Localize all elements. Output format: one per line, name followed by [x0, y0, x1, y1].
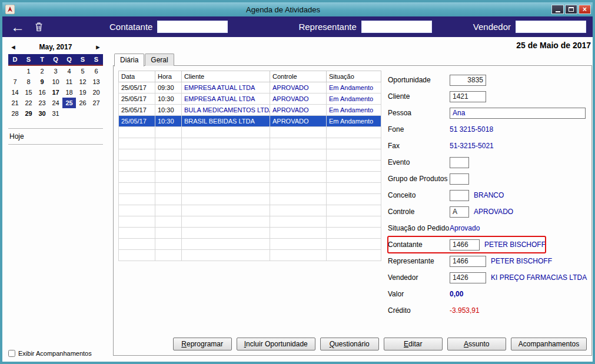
- table-row[interactable]: 25/05/1710:30BULA MEDICAMENTOS LTDAAPROV…: [119, 105, 381, 116]
- table-row[interactable]: 25/05/1709:30EMPRESA ATUAL LTDAAPROVADOE…: [119, 82, 381, 93]
- fax-value: 51-3215-5021: [450, 142, 494, 150]
- calendar-day[interactable]: 11: [62, 76, 76, 87]
- table-row-empty[interactable]: [119, 205, 381, 216]
- cell-cliente: BULA MEDICAMENTOS LTDA: [182, 105, 270, 116]
- toolbar-vendedor-input[interactable]: [516, 21, 586, 33]
- reprogramar-button[interactable]: Reprogramar: [173, 338, 232, 350]
- calendar-day[interactable]: 15: [22, 87, 35, 98]
- calendar-month-label: May, 2017: [39, 43, 72, 51]
- calendar-day[interactable]: 4: [62, 66, 76, 76]
- maximize-button[interactable]: [565, 5, 577, 14]
- cell-empty: [119, 205, 155, 216]
- calendar-day[interactable]: 18: [62, 87, 76, 98]
- acompanhamentos-button[interactable]: Acompanhamentos: [511, 338, 587, 350]
- oportunidade-input[interactable]: 3835: [450, 75, 486, 86]
- calendar-day[interactable]: 30: [35, 108, 49, 119]
- table-row-empty[interactable]: [119, 250, 381, 261]
- table-row-empty[interactable]: [119, 149, 381, 161]
- calendar-day[interactable]: 13: [89, 76, 103, 87]
- tab-geral[interactable]: Geral: [145, 54, 174, 66]
- calendar-day[interactable]: 27: [89, 98, 103, 108]
- calendar-day[interactable]: 8: [22, 76, 35, 87]
- credito-label: Crédito: [388, 306, 450, 315]
- table-row[interactable]: 25/05/1710:30BRASIL BEBIDAS LTDAAPROVADO…: [119, 116, 381, 127]
- table-row-empty[interactable]: [119, 138, 381, 149]
- calendar-day-header: S: [22, 54, 35, 65]
- table-row-empty[interactable]: [119, 161, 381, 172]
- editar-button[interactable]: Editar: [384, 338, 443, 350]
- valor-label: Valor: [388, 290, 450, 298]
- cell-empty: [270, 138, 327, 149]
- calendar-day[interactable]: 24: [49, 98, 62, 108]
- calendar-day[interactable]: 10: [49, 76, 62, 87]
- calendar-day[interactable]: 12: [76, 76, 89, 87]
- calendar-day[interactable]: 29: [22, 108, 35, 119]
- calendar-day[interactable]: 6: [89, 66, 103, 76]
- calendar-day[interactable]: 5: [76, 66, 89, 76]
- vendedor-input[interactable]: 1426: [450, 272, 486, 283]
- trash-icon[interactable]: [34, 22, 44, 32]
- table-row-empty[interactable]: [119, 216, 381, 228]
- cell-empty: [155, 161, 182, 172]
- back-arrow-icon[interactable]: ←: [11, 20, 25, 34]
- table-row-empty[interactable]: [119, 183, 381, 194]
- field-situacao-pedido: Situação do Pedido Aprovado: [388, 220, 587, 236]
- calendar-day[interactable]: 9: [35, 76, 49, 87]
- cell-empty: [182, 138, 270, 149]
- calendar-day[interactable]: 31: [49, 108, 62, 119]
- cliente-input[interactable]: 1421: [450, 91, 486, 102]
- questionario-button[interactable]: Questionário: [320, 338, 379, 350]
- cell-empty: [119, 172, 155, 183]
- calendar-day[interactable]: 19: [76, 87, 89, 98]
- calendar-day[interactable]: 21: [8, 98, 22, 108]
- calendar-day[interactable]: 2: [35, 66, 49, 76]
- tab-diaria[interactable]: Diária: [114, 54, 144, 66]
- calendar-day[interactable]: 20: [89, 87, 103, 98]
- incluir-oportunidade-button[interactable]: Incluir Oportunidade: [237, 338, 315, 350]
- date-heading: 25 de Maio de 2017: [516, 41, 591, 50]
- contatante-input[interactable]: 1466: [450, 239, 480, 251]
- calendar-day[interactable]: 28: [8, 108, 22, 119]
- calendar-nav: ◄ May, 2017 ►: [8, 43, 103, 51]
- pessoa-input[interactable]: Ana: [450, 108, 586, 119]
- calendar-day[interactable]: 17: [49, 87, 62, 98]
- close-button[interactable]: ×: [579, 5, 591, 14]
- field-cliente: Cliente 1421: [388, 88, 587, 105]
- calendar-day[interactable]: 1: [22, 66, 35, 76]
- toolbar-field-contatante: Contatante: [109, 21, 228, 33]
- calendar-day[interactable]: 23: [35, 98, 49, 108]
- table-row-empty[interactable]: [119, 228, 381, 239]
- calendar-day[interactable]: 3: [49, 66, 62, 76]
- cell-controle: APROVADO: [270, 82, 327, 93]
- cell-empty: [270, 194, 327, 205]
- table-row-empty[interactable]: [119, 194, 381, 205]
- table-row-empty[interactable]: [119, 127, 381, 138]
- controle-input[interactable]: A: [450, 206, 469, 218]
- calendar-day[interactable]: 26: [76, 98, 89, 108]
- calendar-next-icon[interactable]: ►: [93, 44, 103, 51]
- calendar-day[interactable]: 16: [35, 87, 49, 98]
- calendar-day[interactable]: 14: [8, 87, 22, 98]
- calendar-day[interactable]: 7: [8, 76, 22, 87]
- representante-input[interactable]: 1466: [450, 256, 486, 267]
- cell-situacao: Em Andamento: [327, 116, 381, 127]
- calendar-day[interactable]: 22: [22, 98, 35, 108]
- assunto-button[interactable]: Assunto: [447, 338, 506, 350]
- minimize-button[interactable]: [551, 5, 564, 14]
- calendar-prev-icon[interactable]: ◄: [8, 44, 18, 51]
- cell-empty: [182, 228, 270, 239]
- table-row[interactable]: 25/05/1710:30EMPRESA ATUAL LTDAAPROVADOE…: [119, 93, 381, 105]
- evento-input[interactable]: [450, 157, 469, 168]
- table-row-empty[interactable]: [119, 239, 381, 250]
- toolbar-representante-input[interactable]: [361, 21, 432, 33]
- grupo-produtos-input[interactable]: [450, 173, 469, 185]
- cell-empty: [155, 239, 182, 250]
- conceito-input[interactable]: [450, 190, 469, 201]
- table-row-empty[interactable]: [119, 172, 381, 183]
- show-followups-checkbox[interactable]: [8, 350, 15, 357]
- today-button[interactable]: Hoje: [8, 128, 103, 145]
- conceito-label: Conceito: [388, 191, 450, 199]
- calendar-day[interactable]: 25: [62, 98, 76, 108]
- toolbar-contatante-input[interactable]: [157, 21, 228, 33]
- cell-situacao: Em Andamento: [327, 105, 381, 116]
